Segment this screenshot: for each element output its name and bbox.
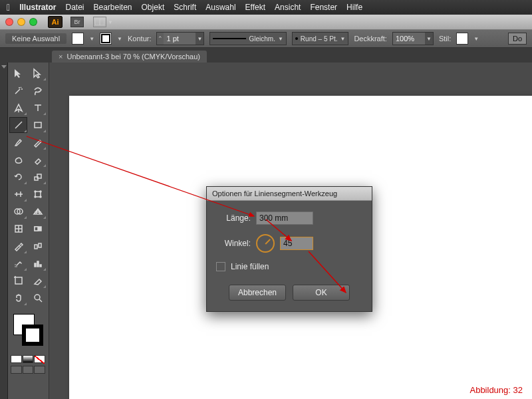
perspective-grid-tool[interactable] xyxy=(29,203,47,219)
rectangle-tool[interactable] xyxy=(29,117,47,133)
menu-ansicht[interactable]: Ansicht xyxy=(275,3,301,12)
stroke-weight-input[interactable] xyxy=(164,33,196,45)
svg-point-8 xyxy=(40,191,41,192)
svg-point-26 xyxy=(35,295,40,300)
dropdown-icon: ▼ xyxy=(278,36,283,42)
shape-builder-tool[interactable] xyxy=(9,203,27,219)
document-tab[interactable]: × Unbenannt-3 bei 70 % (CMYK/Vorschau) xyxy=(52,51,207,63)
length-input[interactable] xyxy=(256,211,313,225)
dropdown-icon[interactable]: ▼ xyxy=(473,36,479,42)
hand-tool[interactable] xyxy=(9,290,27,306)
svg-rect-23 xyxy=(15,277,22,284)
svg-rect-17 xyxy=(35,227,38,231)
menu-auswahl[interactable]: Auswahl xyxy=(205,3,235,12)
none-mode-icon[interactable] xyxy=(34,355,45,363)
chevron-icon[interactable] xyxy=(1,65,7,68)
fill-line-checkbox[interactable]: Linie füllen xyxy=(216,262,362,271)
blob-brush-tool[interactable] xyxy=(9,152,27,168)
control-bar: Keine Auswahl ▼ ▼ Kontur: ⌃ ▼ Gleichm. ▼… xyxy=(0,29,532,48)
eyedropper-tool[interactable] xyxy=(9,238,27,254)
fill-stroke-control[interactable] xyxy=(11,311,46,348)
slice-tool[interactable] xyxy=(29,273,47,289)
draw-normal-icon[interactable] xyxy=(11,366,22,374)
variable-width-profile[interactable]: Gleichm. ▼ xyxy=(209,32,286,45)
close-window-button[interactable] xyxy=(5,18,13,26)
opacity-input[interactable] xyxy=(393,33,425,45)
cancel-button[interactable]: Abbrechen xyxy=(229,285,286,301)
zoom-window-button[interactable] xyxy=(29,18,37,26)
zoom-tool[interactable] xyxy=(29,290,47,306)
pen-tool[interactable] xyxy=(9,100,27,116)
mesh-tool[interactable] xyxy=(9,221,27,237)
free-transform-tool[interactable] xyxy=(29,186,47,202)
ok-button[interactable]: OK xyxy=(293,285,350,301)
dropdown-icon[interactable]: ▼ xyxy=(117,36,122,42)
screen-mode-row xyxy=(9,366,47,374)
angle-input[interactable] xyxy=(280,237,313,250)
eraser-tool[interactable] xyxy=(29,152,47,168)
brush-definition[interactable]: Rund – 5 Pt. ▼ xyxy=(292,32,349,45)
scale-tool[interactable] xyxy=(29,169,47,185)
svg-rect-3 xyxy=(35,122,41,128)
lasso-tool[interactable] xyxy=(29,82,47,98)
arrange-documents-button[interactable] xyxy=(93,17,106,27)
menu-hilfe[interactable]: Hilfe xyxy=(346,3,362,12)
color-mode-icon[interactable] xyxy=(11,355,22,363)
document-setup-button[interactable]: Do xyxy=(508,33,527,45)
apple-icon[interactable]:  xyxy=(7,2,10,13)
stroke-weight-combo[interactable]: ⌃ ▼ xyxy=(156,32,204,45)
dropdown-icon[interactable]: ▼ xyxy=(425,33,433,45)
draw-behind-icon[interactable] xyxy=(23,366,34,374)
fill-swatch[interactable] xyxy=(72,33,84,45)
menu-effekt[interactable]: Effekt xyxy=(245,3,265,12)
panel-collapse-rail[interactable] xyxy=(0,63,8,399)
draw-inside-icon[interactable] xyxy=(34,366,45,374)
opacity-label: Deckkraft: xyxy=(354,35,387,43)
magic-wand-tool[interactable] xyxy=(9,82,27,98)
symbol-sprayer-tool[interactable] xyxy=(9,255,27,271)
line-segment-tool[interactable] xyxy=(9,117,27,133)
svg-rect-19 xyxy=(39,243,41,247)
angle-dial[interactable] xyxy=(256,234,275,253)
opacity-combo[interactable]: ▼ xyxy=(392,32,434,45)
menu-datei[interactable]: Datei xyxy=(65,3,84,12)
graphic-style-swatch[interactable] xyxy=(456,33,468,45)
menu-schrift[interactable]: Schrift xyxy=(174,3,196,12)
window-titlebar: Ai Br ▼ xyxy=(0,15,532,29)
svg-rect-20 xyxy=(35,263,36,267)
paintbrush-tool[interactable] xyxy=(9,134,27,150)
svg-point-7 xyxy=(35,191,36,192)
svg-point-10 xyxy=(40,196,41,198)
app-icon: Ai xyxy=(48,16,63,28)
menu-fenster[interactable]: Fenster xyxy=(310,3,337,12)
rotate-tool[interactable] xyxy=(9,169,27,185)
artboard-tool[interactable] xyxy=(9,273,27,289)
color-mode-row xyxy=(9,355,47,363)
menu-illustrator[interactable]: Illustrator xyxy=(19,3,56,12)
svg-line-27 xyxy=(39,299,42,302)
checkbox-icon[interactable] xyxy=(216,262,225,271)
gradient-mode-icon[interactable] xyxy=(23,355,34,363)
gradient-tool[interactable] xyxy=(29,221,47,237)
menu-objekt[interactable]: Objekt xyxy=(142,3,165,12)
line-segment-options-dialog: Optionen für Liniensegment-Werkzeug Läng… xyxy=(206,186,372,312)
width-tool[interactable] xyxy=(9,186,27,202)
style-label: Stil: xyxy=(439,35,451,43)
menu-bearbeiten[interactable]: Bearbeiten xyxy=(93,3,132,12)
close-tab-icon[interactable]: × xyxy=(59,53,63,61)
column-graph-tool[interactable] xyxy=(29,255,47,271)
blend-tool[interactable] xyxy=(29,238,47,254)
dropdown-icon[interactable]: ▼ xyxy=(89,36,94,42)
document-tabs: × Unbenannt-3 bei 70 % (CMYK/Vorschau) xyxy=(0,48,532,63)
direct-selection-tool[interactable] xyxy=(29,65,47,81)
fill-line-label: Linie füllen xyxy=(231,262,269,271)
dropdown-icon[interactable]: ▼ xyxy=(196,33,203,45)
selection-tool[interactable] xyxy=(9,65,27,81)
stroke-swatch[interactable] xyxy=(100,33,112,45)
pencil-tool[interactable] xyxy=(29,134,47,150)
stroke-color-icon[interactable] xyxy=(22,325,43,346)
minimize-window-button[interactable] xyxy=(17,18,25,26)
type-tool[interactable] xyxy=(29,100,47,116)
dropdown-icon[interactable]: ▼ xyxy=(108,19,113,25)
bridge-icon[interactable]: Br xyxy=(70,17,84,27)
